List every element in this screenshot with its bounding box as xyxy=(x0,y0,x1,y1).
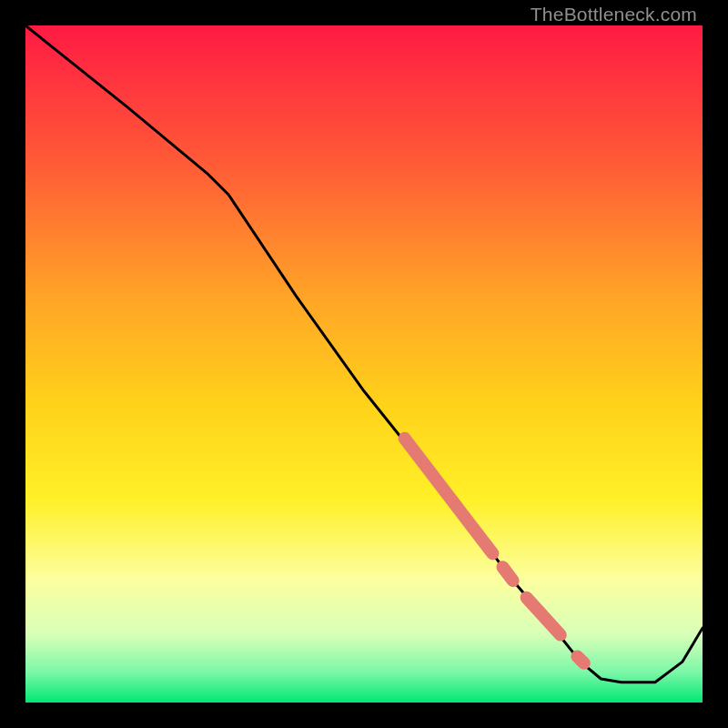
watermark-text: TheBottleneck.com xyxy=(531,4,697,25)
chart-frame xyxy=(25,25,703,703)
gradient-background xyxy=(25,25,703,703)
highlight-bead xyxy=(503,567,513,581)
chart-svg xyxy=(25,25,703,703)
highlight-bead xyxy=(577,656,583,662)
